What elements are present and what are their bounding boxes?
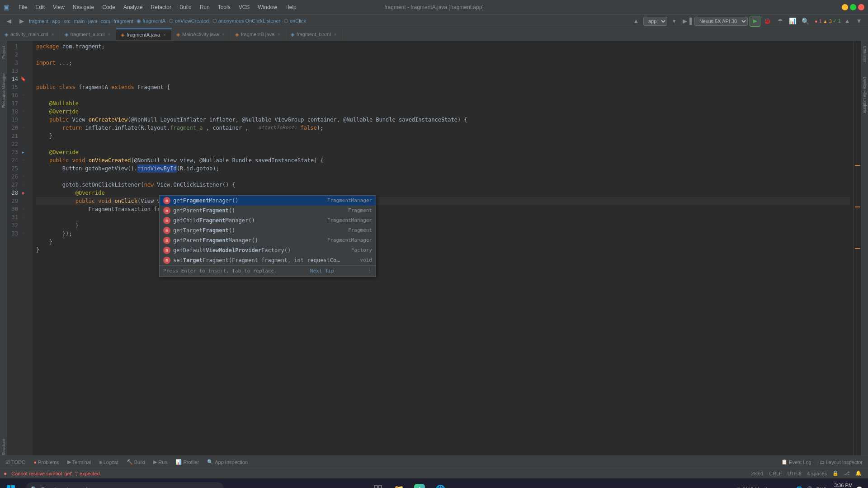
charset[interactable]: UTF-8: [785, 471, 804, 476]
menu-file[interactable]: File: [15, 2, 31, 12]
notifications-icon[interactable]: 🔔: [853, 470, 864, 476]
menu-analyze[interactable]: Analyze: [120, 2, 146, 12]
bottom-tab-run[interactable]: ▶ Run: [150, 457, 171, 467]
cursor-position[interactable]: 28:61: [749, 471, 767, 476]
java-icon: ◈: [121, 32, 124, 38]
forward-button[interactable]: ▶: [16, 16, 27, 27]
menu-navigate[interactable]: Navigate: [69, 2, 98, 12]
menu-run[interactable]: Run: [196, 2, 213, 12]
code-editor[interactable]: package com.fragment; import ...; public…: [33, 41, 854, 455]
menu-view[interactable]: View: [49, 2, 68, 12]
emulator-label[interactable]: Emulator: [862, 44, 868, 64]
start-button[interactable]: [0, 479, 22, 488]
next-tip-link[interactable]: Next Tip: [310, 267, 334, 275]
close-tab-mainActivity-java[interactable]: ×: [221, 32, 226, 38]
java-icon2: ◈: [176, 32, 180, 38]
breadcrumb-fragment[interactable]: fragment: [29, 19, 48, 24]
bottom-tab-event-log[interactable]: 📋 Event Log: [778, 457, 815, 467]
menu-code[interactable]: Code: [99, 2, 119, 12]
breadcrumb-java[interactable]: java: [88, 19, 97, 24]
breadcrumb-onViewCreated[interactable]: ⬡ onViewCreated: [169, 18, 209, 24]
coverage-button[interactable]: ☂: [775, 16, 786, 27]
bottom-tab-profiler[interactable]: 📊 Profiler: [172, 457, 203, 467]
close-tab-fragmentA-java[interactable]: ×: [162, 32, 167, 38]
profile-button[interactable]: 📊: [788, 16, 798, 27]
close-button[interactable]: [858, 4, 864, 10]
ac-item-getChildFragmentManager[interactable]: m getChildFragmentManager() FragmentMana…: [160, 216, 376, 225]
back-button[interactable]: ◀: [4, 16, 14, 27]
app-selector[interactable]: app: [643, 17, 667, 26]
close-tab-fragment-b-xml[interactable]: ×: [333, 32, 338, 38]
breadcrumb-fragmentA[interactable]: ◉ fragmentA: [137, 18, 165, 24]
close-tab-fragmentB-java[interactable]: ×: [277, 32, 281, 38]
android-studio-taskbar-btn[interactable]: A: [410, 479, 429, 488]
ac-item-getTargetFragment[interactable]: m getTargetFragment() Fragment: [160, 225, 376, 235]
breadcrumb-anonymous[interactable]: ⬡ anonymous OnClickListener: [212, 18, 281, 24]
taskbar-search-bar[interactable]: 🔍 Type here to search: [25, 482, 224, 488]
breadcrumb-app[interactable]: app: [52, 19, 60, 24]
network-icon[interactable]: 🌐: [796, 486, 802, 488]
breadcrumb-onClick[interactable]: ⬡ onClick: [284, 18, 306, 24]
breadcrumb-src[interactable]: src: [64, 19, 71, 24]
tab-activity-main-xml[interactable]: ◈ activity_main.xml ×: [0, 28, 60, 40]
menu-tools[interactable]: Tools: [214, 2, 234, 12]
debug-button[interactable]: 🐞: [762, 16, 773, 27]
menu-vcs[interactable]: VCS: [235, 2, 254, 12]
line-ending[interactable]: CRLF: [766, 471, 785, 476]
browser-taskbar-btn[interactable]: 🌐: [430, 479, 450, 488]
breadcrumb-main[interactable]: main: [74, 19, 85, 24]
volume-icon[interactable]: 🔊: [806, 486, 812, 488]
bottom-tab-layout-inspector[interactable]: 🗂 Layout Inspector: [816, 458, 866, 467]
menu-edit[interactable]: Edit: [32, 2, 48, 12]
close-tab-fragment-a-xml[interactable]: ×: [107, 32, 111, 38]
code-line-20: }: [36, 132, 850, 140]
nav-back-btn2[interactable]: ▲: [631, 16, 642, 27]
close-tab-activity-main[interactable]: ×: [51, 32, 55, 38]
nav-down-btn[interactable]: ▼: [854, 16, 864, 27]
bottom-tab-todo[interactable]: ☑ TODO: [2, 457, 29, 467]
bottom-tab-build[interactable]: 🔨 Build: [123, 457, 149, 467]
ac-item-getParentFragment[interactable]: m getParentFragment() Fragment: [160, 206, 376, 216]
bottom-tab-logcat[interactable]: ≡ Logcat: [95, 458, 122, 467]
tab-fragmentB-java[interactable]: ◈ fragmentB.java ×: [231, 28, 286, 40]
bottom-tab-terminal[interactable]: ▶ Terminal: [64, 457, 95, 467]
device-file-explorer-label[interactable]: Device File Explorer: [862, 75, 868, 115]
menu-build[interactable]: Build: [176, 2, 195, 12]
notifications-taskbar-icon[interactable]: 💬: [856, 486, 863, 488]
code-line-22: @Override: [36, 148, 850, 156]
nav-up-btn[interactable]: ▲: [842, 16, 853, 27]
gutter-row-22: 22: [7, 140, 33, 148]
autocomplete-popup[interactable]: m getFragmentManager() FragmentManager m…: [159, 195, 376, 277]
search-everywhere[interactable]: 🔍: [800, 16, 811, 27]
breadcrumb-fragment2[interactable]: fragment: [113, 19, 133, 24]
bottom-tab-problems[interactable]: ● Problems: [30, 458, 63, 467]
tab-fragment-a-xml[interactable]: ◈ fragment_a.xml ×: [60, 28, 117, 40]
build-run-btn[interactable]: ▶▐: [682, 16, 693, 27]
bottom-tab-app-inspection[interactable]: 🔍 App Inspection: [203, 457, 251, 467]
minimize-button[interactable]: [842, 4, 848, 10]
ac-item-getParentFragmentManager[interactable]: m getParentFragmentManager() FragmentMan…: [160, 235, 376, 245]
breadcrumb-com[interactable]: com: [101, 19, 110, 24]
resource-manager-label[interactable]: Resource Manager: [0, 71, 7, 110]
indent[interactable]: 4 spaces: [804, 471, 830, 476]
maximize-button[interactable]: [850, 4, 856, 10]
task-view-button[interactable]: [368, 479, 388, 488]
more-options-button[interactable]: ⋮: [367, 267, 372, 275]
ac-item-setTargetFragment[interactable]: m setTargetFragment(Fragment fragment, i…: [160, 255, 376, 265]
menu-help[interactable]: Help: [282, 2, 300, 12]
ac-item-getDefaultViewModelProviderFactory[interactable]: m getDefaultViewModelProviderFactory() F…: [160, 245, 376, 255]
dropdown-btn[interactable]: ▾: [669, 16, 680, 27]
right-scrollbar[interactable]: [854, 41, 861, 455]
tab-mainActivity-java[interactable]: ◈ MainActivity.java ×: [172, 28, 231, 40]
structure-label[interactable]: Structure: [1, 437, 6, 455]
menu-refactor[interactable]: Refactor: [147, 2, 175, 12]
run-button[interactable]: ▶: [750, 16, 760, 27]
menu-window[interactable]: Window: [254, 2, 281, 12]
code-line-3: import ...;: [36, 59, 850, 67]
device-selector[interactable]: Nexus 5X API 30: [694, 17, 748, 26]
tab-fragment-b-xml[interactable]: ◈ fragment_b.xml ×: [286, 28, 343, 40]
project-panel-label[interactable]: Project: [0, 44, 7, 61]
file-explorer-taskbar-btn[interactable]: 📁: [389, 479, 409, 488]
tab-fragmentA-java[interactable]: ◈ fragmentA.java ×: [116, 28, 172, 40]
ac-item-getFragmentManager[interactable]: m getFragmentManager() FragmentManager: [160, 196, 376, 206]
